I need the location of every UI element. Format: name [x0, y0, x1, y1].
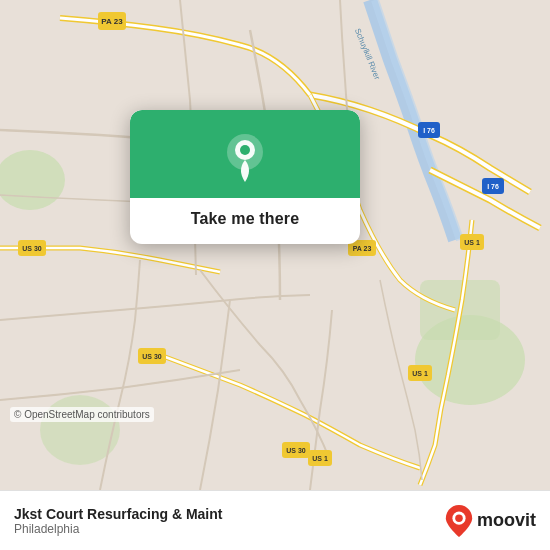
map-container: PA 23 I 76 I 76 US 30 US 30 US 30 US 1 U… — [0, 0, 550, 490]
take-me-there-button[interactable]: Take me there — [191, 210, 300, 228]
location-pin-icon — [219, 130, 271, 182]
bottom-bar: Jkst Court Resurfacing & Maint Philadelp… — [0, 490, 550, 550]
svg-text:US 30: US 30 — [22, 245, 42, 252]
popup-green-area — [130, 110, 360, 198]
svg-text:US 1: US 1 — [312, 455, 328, 462]
place-subtitle: Philadelphia — [14, 522, 445, 536]
moovit-pin-icon — [445, 505, 473, 537]
copyright-text: © OpenStreetMap contributors — [10, 407, 154, 422]
svg-text:PA 23: PA 23 — [353, 245, 372, 252]
svg-text:I 76: I 76 — [423, 127, 435, 134]
place-title: Jkst Court Resurfacing & Maint — [14, 506, 445, 522]
moovit-label: moovit — [477, 510, 536, 531]
svg-text:US 1: US 1 — [464, 239, 480, 246]
svg-text:I 76: I 76 — [487, 183, 499, 190]
moovit-logo: moovit — [445, 505, 536, 537]
bottom-info: Jkst Court Resurfacing & Maint Philadelp… — [14, 506, 445, 536]
svg-point-28 — [240, 145, 250, 155]
svg-text:US 30: US 30 — [286, 447, 306, 454]
svg-text:US 1: US 1 — [412, 370, 428, 377]
svg-text:PA 23: PA 23 — [101, 17, 123, 26]
svg-text:US 30: US 30 — [142, 353, 162, 360]
svg-point-30 — [455, 514, 463, 522]
popup-card: Take me there — [130, 110, 360, 244]
